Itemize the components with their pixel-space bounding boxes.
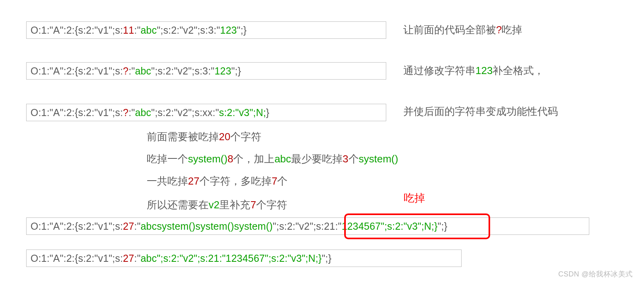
text-segment: 11 xyxy=(123,25,134,36)
text-segment: 吃掉 xyxy=(502,24,522,36)
aux-line-3: 一共吃掉27个字符，多吃掉7个 xyxy=(147,174,288,188)
text-segment: 7 xyxy=(272,175,277,187)
red-label: 吃掉 xyxy=(404,191,425,205)
text-segment: } xyxy=(266,107,270,118)
watermark: CSDN @给我杯冰美式 xyxy=(558,269,633,279)
text-segment: O:1:"A":2:{s:2:"v1";s: xyxy=(31,65,123,77)
text-segment: ";s:2:"v2";s:xx:" xyxy=(151,107,219,118)
text-segment: 3 xyxy=(343,153,348,165)
note-3: 并使后面的字符串变成功能性代码 xyxy=(403,105,558,118)
text-segment: ";s:2:"v3";N;} xyxy=(381,221,437,232)
code-box-3: O:1:"A":2:{s:2:"v1";s:?:"abc";s:2:"v2";s… xyxy=(26,104,386,121)
text-segment: 27 xyxy=(123,253,134,264)
text-segment: 个 xyxy=(349,153,359,165)
text-segment: abc xyxy=(274,153,291,165)
aux-line-1: 前面需要被吃掉20个字符 xyxy=(147,130,261,144)
text-segment: system() xyxy=(188,153,228,165)
text-segment: 8 xyxy=(228,153,233,165)
text-segment: 123 xyxy=(475,65,493,76)
text-segment: ";s:2:"v2";s:3:" xyxy=(151,65,215,77)
code-box-4: O:1:"A":2:{s:2:"v1";s:27:"abcsystem()sys… xyxy=(26,217,589,235)
text-segment: 一共吃掉 xyxy=(147,175,188,187)
text-segment: 让前面的代码全部被 xyxy=(403,24,496,36)
text-segment: ? xyxy=(496,24,502,36)
text-segment: system() xyxy=(359,153,399,165)
text-segment: 个，加上 xyxy=(233,153,274,165)
text-segment: :" xyxy=(134,221,140,232)
text-segment: 最少要吃掉 xyxy=(291,153,343,165)
text-segment: 所以还需要在 xyxy=(147,199,209,211)
text-segment: O:1:"A":2:{s:2:"v1";s: xyxy=(31,107,123,118)
text-segment: 个字符，多吃掉 xyxy=(199,175,272,187)
note-1: 让前面的代码全部被?吃掉 xyxy=(403,23,522,37)
text-segment: 27 xyxy=(123,221,134,232)
aux-line-4: 所以还需要在v2里补充7个字符 xyxy=(147,198,287,212)
text-segment: ";s:2:"v2";s:21:" xyxy=(273,221,342,232)
text-segment: 补全格式， xyxy=(493,65,544,76)
text-segment: ";} xyxy=(438,221,448,232)
text-segment: O:1:"A":2:{s:2:"v1";s: xyxy=(31,253,123,264)
text-segment: ";s:2:"v2";s:3:" xyxy=(157,25,220,36)
note-2: 通过修改字符串123补全格式， xyxy=(403,64,544,78)
code-box-2: O:1:"A":2:{s:2:"v1";s:?:"abc";s:2:"v2";s… xyxy=(26,62,386,80)
text-segment: 通过修改字符串 xyxy=(403,65,475,76)
text-segment: v2 xyxy=(209,199,219,211)
text-segment: abc xyxy=(135,65,151,77)
text-segment: ";} xyxy=(237,25,247,36)
text-segment: 里补充 xyxy=(219,199,250,211)
text-segment: O:1:"A":2:{s:2:"v1";s: xyxy=(31,221,123,232)
text-segment: ? xyxy=(123,107,128,118)
text-segment: 1234567 xyxy=(341,221,381,232)
text-segment: 吃掉一个 xyxy=(147,153,188,165)
text-segment: 前面需要被吃掉 xyxy=(147,131,219,143)
text-segment: O:1:"A":2:{s:2:"v1";s: xyxy=(31,25,123,36)
text-segment: abcsystem()system()system() xyxy=(141,221,273,232)
code-box-1: O:1:"A":2:{s:2:"v1";s:11:"abc";s:2:"v2";… xyxy=(26,21,386,39)
text-segment: 个 xyxy=(277,175,288,187)
text-segment: 个字符 xyxy=(256,199,287,211)
text-segment: abc xyxy=(141,25,157,36)
text-segment: :" xyxy=(134,253,140,264)
text-segment: s:2:"v3";N; xyxy=(219,107,266,118)
text-segment: 123 xyxy=(220,25,237,36)
code-box-5: O:1:"A":2:{s:2:"v1";s:27:"abc";s:2:"v2";… xyxy=(26,250,462,267)
text-segment: 个字符 xyxy=(230,131,261,143)
text-segment: abc xyxy=(135,107,151,118)
text-segment: ";} xyxy=(231,65,241,77)
text-segment: ";} xyxy=(322,253,332,264)
text-segment: 123 xyxy=(215,65,231,77)
text-segment: abc";s:2:"v2";s:21:"1234567 xyxy=(141,253,265,264)
text-segment: 27 xyxy=(188,175,199,187)
text-segment: :" xyxy=(128,107,135,118)
text-segment: 20 xyxy=(219,131,230,143)
text-segment: 7 xyxy=(250,199,256,211)
text-segment: ";s:2:"v3";N;} xyxy=(265,253,322,264)
text-segment: :" xyxy=(134,25,140,36)
text-segment: ? xyxy=(123,65,128,77)
text-segment: :" xyxy=(128,65,135,77)
text-segment: 并使后面的字符串变成功能性代码 xyxy=(403,105,558,117)
aux-line-2: 吃掉一个system()8个，加上abc最少要吃掉3个system() xyxy=(147,152,398,166)
